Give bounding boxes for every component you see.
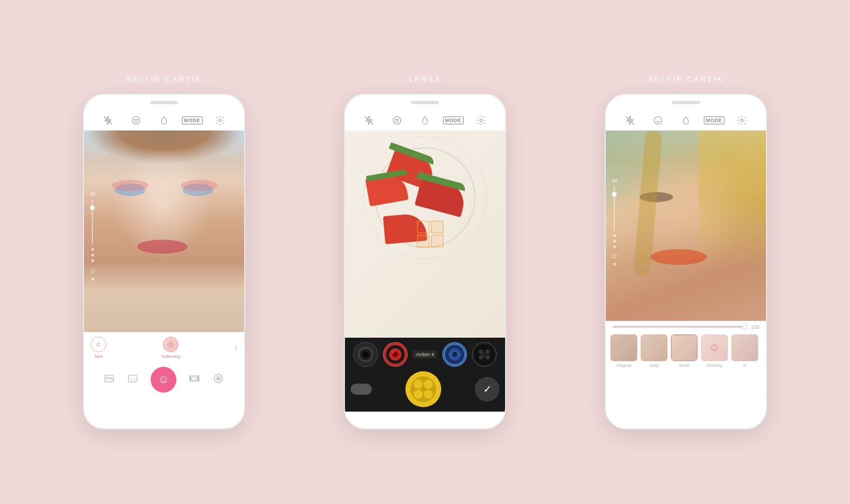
shutter-quad-4 (424, 390, 433, 399)
k-label: K (743, 363, 746, 368)
filter-thumb-anne[interactable]: Anne (671, 334, 698, 368)
svg-rect-10 (191, 377, 198, 380)
mode-icon-2[interactable]: MODE (447, 115, 459, 126)
camera-controls-1: 4:3 ☺ (91, 363, 237, 398)
softening-icon (163, 337, 179, 352)
lensa-controls: Action 4 (345, 338, 505, 412)
phone-speaker-2 (411, 101, 439, 104)
shutter-quad-2 (424, 380, 433, 389)
phone-toolbar-2[interactable]: MODE (345, 110, 505, 130)
section-selfie-cantik-2: SELFIE CANTIK MODE (605, 75, 767, 430)
focus-grid (417, 221, 443, 247)
svg-point-2 (134, 119, 136, 120)
svg-point-38 (482, 352, 487, 357)
face-icon-3[interactable] (652, 115, 664, 126)
section-selfie-cantik-1: SELFIE CANTIK MODE (83, 75, 245, 430)
svg-text:4:3: 4:3 (130, 377, 135, 381)
lens-filter-dark[interactable] (353, 342, 378, 367)
judy-label: Judy (650, 363, 659, 368)
lens-shutter-button[interactable] (405, 371, 441, 407)
intensity-value: 100 (751, 324, 759, 330)
filter-thumbnails: Original Judy Anne (606, 332, 766, 371)
camera-view-2 (345, 130, 505, 338)
svg-point-1 (132, 116, 140, 124)
chevron-right-icon-1[interactable]: › (235, 343, 237, 352)
svg-point-21 (398, 119, 399, 120)
face-icon-1[interactable] (130, 115, 142, 126)
dorothy-label: Dorothy (707, 363, 722, 368)
smiley-slider-icon: ☺ (88, 265, 96, 274)
filter-softening[interactable]: Softening (161, 337, 180, 359)
flash-off-icon-3[interactable] (624, 115, 636, 126)
lens-switch-icon-1[interactable] (212, 372, 225, 387)
intensity-handle (742, 324, 748, 330)
left-slider-3[interactable]: 20 ☺ (610, 178, 618, 265)
svg-point-19 (393, 116, 401, 124)
svg-rect-12 (190, 379, 191, 380)
mode-icon-3[interactable]: MODE (708, 115, 720, 126)
face-icon-2[interactable] (391, 115, 403, 126)
slider3-value: 20 (611, 178, 617, 184)
filter-thumb-original[interactable]: Original (610, 334, 637, 368)
svg-point-22 (480, 119, 483, 122)
original-label: Original (616, 363, 632, 368)
thumb-judy-img (641, 334, 667, 361)
gallery-icon[interactable] (104, 373, 115, 386)
phone1-bottom: ☺ Slim Softening › (84, 332, 244, 402)
lens-filter-red[interactable] (383, 342, 408, 367)
smiley-slider-icon-3: ☺ (610, 251, 618, 260)
record-button[interactable] (351, 384, 372, 395)
lens-filter-action4[interactable]: Action 4 (413, 351, 438, 358)
slider1-track (92, 200, 93, 245)
mode-icon-1[interactable]: MODE (186, 115, 198, 126)
thumb-k-img (731, 334, 758, 361)
phone3-face-image: 20 ☺ (606, 130, 766, 321)
slider3-track (614, 186, 615, 231)
droplet-icon-3[interactable] (680, 115, 692, 126)
filter-slim[interactable]: ☺ Slim (91, 337, 106, 359)
lens-filter-beads[interactable] (472, 342, 497, 367)
filter-thumb-k[interactable]: K (731, 334, 758, 368)
settings-icon-2[interactable] (475, 115, 487, 126)
film-icon[interactable] (189, 373, 200, 386)
settings-icon-3[interactable] (736, 115, 748, 126)
phone-toolbar-1[interactable]: MODE (84, 110, 244, 130)
svg-point-5 (169, 343, 172, 346)
check-button[interactable]: ✓ (475, 377, 499, 402)
settings-icon-1[interactable] (214, 115, 226, 126)
lens-bottom-controls: ✓ (351, 371, 499, 407)
filter-thumb-judy[interactable]: Judy (641, 334, 667, 368)
svg-point-29 (392, 351, 394, 353)
shutter-button-1[interactable]: ☺ (151, 367, 176, 393)
filter-thumb-dorothy[interactable]: ☺ Dorothy (701, 334, 728, 368)
anne-label: Anne (679, 363, 690, 368)
ratio-43-icon[interactable]: 4:3 (127, 373, 138, 386)
slider3-dots (613, 234, 616, 248)
svg-point-3 (137, 119, 138, 120)
droplet-icon-1[interactable] (158, 115, 170, 126)
page-container: SELFIE CANTIK MODE (0, 0, 850, 504)
section1-title: SELFIE CANTIK (126, 75, 202, 83)
phone1-face-image: 20 ☺ (84, 130, 244, 332)
phone-toolbar-3[interactable]: MODE (606, 110, 766, 130)
slim-icon: ☺ (91, 337, 106, 352)
flash-off-icon-2[interactable] (363, 115, 375, 126)
svg-point-20 (395, 119, 396, 120)
intensity-bar[interactable] (613, 326, 748, 328)
droplet-icon-2[interactable] (419, 115, 431, 126)
flash-off-icon[interactable] (102, 115, 114, 126)
thumb-original-img (610, 334, 637, 361)
shutter-quad-1 (414, 380, 423, 389)
focus-cell-2 (431, 221, 443, 233)
lens-filter-blue[interactable] (442, 342, 467, 367)
left-slider-1[interactable]: 20 ☺ (88, 191, 96, 281)
svg-rect-11 (190, 376, 191, 378)
camera-view-1: 20 ☺ (84, 130, 244, 332)
phone-speaker-3 (672, 101, 700, 104)
slider1-dots (91, 248, 94, 262)
filter-row-1: ☺ Slim Softening › (91, 337, 237, 359)
svg-point-17 (218, 377, 219, 379)
phone-top-3 (606, 95, 766, 110)
camera-view-3: 20 ☺ (606, 130, 766, 321)
focus-cell-1 (417, 221, 429, 233)
